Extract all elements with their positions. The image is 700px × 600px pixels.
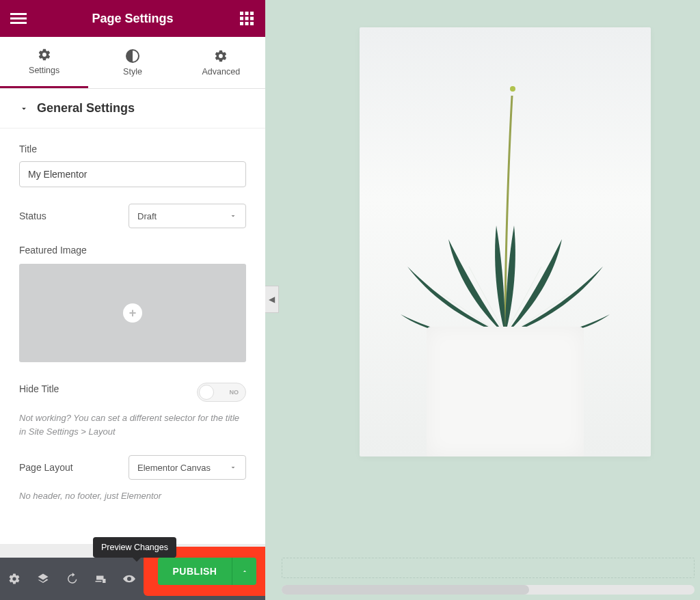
preview-area: ◀ — [265, 0, 700, 600]
horizontal-scrollbar[interactable] — [282, 585, 695, 595]
scrollbar-thumb[interactable] — [282, 585, 529, 595]
caret-down-icon — [229, 463, 237, 472]
panel-tabs: Settings Style Advanced — [0, 37, 265, 89]
panel-title: Page Settings — [92, 12, 173, 26]
status-value: Draft — [137, 211, 157, 221]
gear-icon — [8, 573, 21, 585]
section-title: General Settings — [37, 101, 135, 115]
grid-icon — [240, 12, 254, 25]
svg-rect-2 — [10, 22, 27, 24]
gear-icon — [38, 48, 51, 62]
menu-button[interactable] — [8, 8, 29, 29]
canvas-image — [360, 27, 651, 456]
panel-content: General Settings Title Status Draft Feat… — [0, 89, 265, 544]
svg-rect-7 — [245, 17, 249, 21]
page-layout-value: Elementor Canvas — [137, 463, 211, 473]
caret-down-icon — [19, 104, 29, 113]
history-button[interactable] — [64, 571, 79, 586]
svg-point-12 — [510, 86, 515, 92]
svg-rect-4 — [245, 12, 249, 15]
contrast-icon — [126, 49, 139, 63]
widgets-grid-button[interactable] — [237, 8, 257, 29]
status-select[interactable]: Draft — [129, 204, 246, 228]
title-label: Title — [19, 144, 246, 154]
tab-label: Style — [123, 67, 142, 77]
status-label: Status — [19, 210, 46, 221]
panel-footer: Preview Changes PUBLISH — [0, 558, 265, 600]
hide-title-label: Hide Title — [19, 383, 59, 394]
section-body: Title Status Draft Featured Image + — [0, 128, 265, 521]
publish-options-button[interactable] — [232, 558, 256, 585]
title-input[interactable] — [19, 161, 246, 187]
settings-button[interactable] — [7, 571, 22, 586]
plant-pot — [427, 327, 584, 456]
toggle-knob — [199, 385, 214, 400]
toggle-state: NO — [230, 389, 239, 396]
editor-panel: Page Settings Settings Style Advanced — [0, 0, 265, 600]
svg-rect-6 — [240, 17, 243, 21]
tab-label: Settings — [29, 66, 59, 75]
chevron-left-icon: ◀ — [269, 295, 275, 304]
add-image-icon: + — [123, 303, 142, 323]
caret-down-icon — [229, 212, 237, 220]
svg-rect-8 — [250, 17, 254, 21]
eye-icon — [123, 573, 135, 585]
publish-button[interactable]: PUBLISH — [158, 558, 232, 585]
devices-icon — [94, 573, 107, 585]
tab-label: Advanced — [202, 67, 241, 77]
gear-icon — [214, 49, 228, 63]
page-layout-label: Page Layout — [19, 462, 73, 473]
preview-button[interactable] — [122, 571, 137, 586]
hide-title-help: Not working? You can set a different sel… — [19, 411, 246, 439]
svg-rect-9 — [240, 22, 243, 25]
svg-rect-3 — [240, 12, 243, 15]
svg-rect-0 — [10, 13, 27, 15]
preview-tooltip: Preview Changes — [93, 537, 176, 558]
publish-button-group: PUBLISH — [158, 558, 257, 585]
layers-icon — [37, 573, 49, 585]
hamburger-icon — [10, 10, 27, 27]
section-general-settings[interactable]: General Settings — [0, 89, 265, 128]
navigator-button[interactable] — [36, 571, 51, 586]
panel-header: Page Settings — [0, 0, 265, 37]
svg-rect-11 — [250, 22, 254, 25]
add-section-placeholder[interactable] — [282, 558, 695, 578]
svg-rect-1 — [10, 18, 27, 20]
history-icon — [66, 573, 78, 585]
caret-up-icon — [241, 568, 248, 575]
featured-image-label: Featured Image — [19, 245, 246, 256]
hide-title-toggle[interactable]: NO — [197, 383, 246, 402]
tab-advanced[interactable]: Advanced — [177, 37, 265, 88]
tab-settings[interactable]: Settings — [0, 37, 88, 88]
collapse-panel-button[interactable]: ◀ — [265, 286, 279, 313]
featured-image-dropzone[interactable]: + — [19, 264, 246, 362]
page-layout-select[interactable]: Elementor Canvas — [129, 455, 246, 480]
page-layout-help: No header, no footer, just Elementor — [19, 489, 246, 503]
svg-rect-5 — [250, 12, 254, 15]
svg-rect-10 — [245, 22, 249, 25]
tab-style[interactable]: Style — [88, 37, 176, 88]
responsive-button[interactable] — [93, 571, 108, 586]
